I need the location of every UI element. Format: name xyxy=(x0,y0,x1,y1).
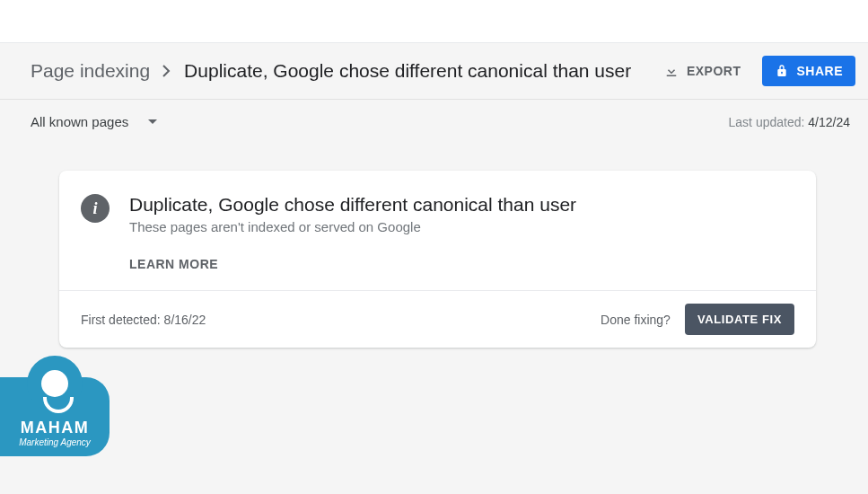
content-area: Page indexing Duplicate, Google chose di… xyxy=(0,43,868,348)
filter-label: All known pages xyxy=(31,114,128,129)
dropdown-caret-icon xyxy=(148,119,157,124)
issue-subtitle: These pages aren't indexed or served on … xyxy=(129,219,576,234)
card-text: Duplicate, Google chose different canoni… xyxy=(129,194,576,272)
page-header: Page indexing Duplicate, Google chose di… xyxy=(0,43,868,100)
breadcrumb: Page indexing Duplicate, Google chose di… xyxy=(31,60,631,82)
chevron-right-icon xyxy=(162,65,171,77)
issue-title: Duplicate, Google chose different canoni… xyxy=(129,194,576,216)
breadcrumb-current: Duplicate, Google chose different canoni… xyxy=(184,60,631,82)
learn-more-button[interactable]: LEARN MORE xyxy=(129,257,218,271)
watermark-logo: MAHAM Marketing Agency xyxy=(0,377,110,456)
top-bar xyxy=(0,0,868,43)
first-detected-date: 8/16/22 xyxy=(164,313,206,327)
header-actions: EXPORT SHARE xyxy=(656,56,855,86)
lock-icon xyxy=(775,64,789,78)
card-footer: First detected: 8/16/22 Done fixing? VAL… xyxy=(59,290,816,348)
download-icon xyxy=(663,63,679,79)
last-updated-label: Last updated: xyxy=(729,115,809,129)
last-updated-date: 4/12/24 xyxy=(808,115,850,129)
page-filter-dropdown[interactable]: All known pages xyxy=(31,114,157,129)
breadcrumb-parent-link[interactable]: Page indexing xyxy=(31,60,150,82)
last-updated: Last updated: 4/12/24 xyxy=(729,115,850,129)
first-detected: First detected: 8/16/22 xyxy=(81,313,206,327)
share-label: SHARE xyxy=(796,64,843,78)
validate-fix-button[interactable]: VALIDATE FIX xyxy=(685,304,794,335)
info-icon: i xyxy=(81,194,110,223)
done-fixing-label: Done fixing? xyxy=(601,313,671,327)
issue-card: i Duplicate, Google chose different cano… xyxy=(59,171,816,348)
card-body: i Duplicate, Google chose different cano… xyxy=(59,171,816,290)
share-button[interactable]: SHARE xyxy=(762,56,855,86)
logo-tagline: Marketing Agency xyxy=(19,437,91,447)
export-label: EXPORT xyxy=(687,64,741,78)
logo-name: MAHAM xyxy=(21,419,90,436)
footer-right: Done fixing? VALIDATE FIX xyxy=(601,304,794,335)
first-detected-label: First detected: xyxy=(81,313,164,327)
export-button[interactable]: EXPORT xyxy=(656,57,749,84)
logo-mark-icon xyxy=(27,356,83,411)
filter-row: All known pages Last updated: 4/12/24 xyxy=(0,100,868,144)
